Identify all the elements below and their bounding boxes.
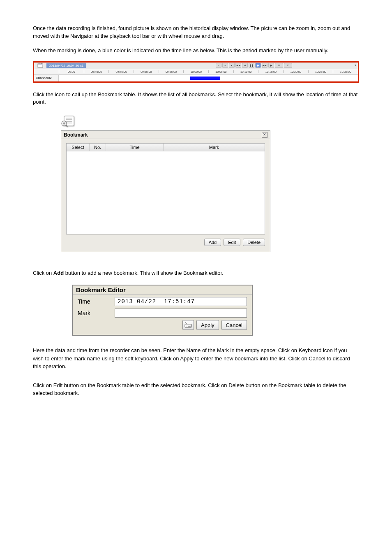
apply-button[interactable]: Apply — [196, 320, 219, 330]
editor-intro: Click on Add button to add a new bookmar… — [33, 269, 359, 277]
zoom-in-icon[interactable]: + — [222, 63, 228, 68]
svg-point-10 — [63, 123, 65, 125]
editor-intro-pre: Click on — [33, 270, 53, 276]
timeline-track[interactable] — [59, 75, 358, 81]
step-back-icon[interactable]: ◄ — [242, 63, 248, 68]
skip-forward-icon[interactable]: |▶ — [268, 63, 274, 68]
channel-label: Channel02 — [34, 75, 59, 81]
mark-field[interactable] — [115, 309, 247, 318]
bookmark-toolbar-icon[interactable] — [61, 115, 359, 129]
ruler-tick: 09:40:00 — [84, 70, 109, 73]
editor-intro-bold: Add — [53, 270, 64, 276]
svg-point-21 — [190, 326, 191, 326]
paragraph-1: Once the data recording is finished, fou… — [33, 25, 359, 40]
play-icon[interactable]: ▶ — [255, 63, 261, 68]
svg-rect-12 — [185, 324, 191, 327]
edit-button[interactable]: Edit — [224, 239, 240, 246]
ruler-tick: 10:05:00 — [208, 70, 233, 73]
svg-rect-1 — [38, 64, 43, 65]
ruler-tick: 09:50:00 — [134, 70, 159, 73]
svg-point-19 — [187, 326, 187, 326]
bookmark-table: Select No. Time Mark — [66, 143, 265, 234]
bookmark-title: Bookmark — [64, 132, 88, 138]
editor-title: Bookmark Editor — [76, 286, 126, 293]
ruler-tick: 10:25:00 — [308, 70, 333, 73]
cancel-button[interactable]: Cancel — [221, 320, 247, 330]
timeline-ruler: 09:00 09:40:00 09:45:00 09:50:00 09:55:0… — [34, 69, 358, 75]
timeline-dropdown-icon[interactable]: ▾ — [355, 63, 356, 67]
column-time[interactable]: Time — [106, 144, 164, 151]
bookmark-table-header: Select No. Time Mark — [67, 144, 265, 151]
post-paragraph-1: Here the data and time from the recorder… — [33, 346, 359, 371]
ruler-tick: 10:20:00 — [283, 70, 308, 73]
bookmark-editor-panel: Bookmark Editor Time Mark — [72, 285, 253, 336]
editor-titlebar: Bookmark Editor — [73, 285, 252, 295]
svg-point-18 — [186, 326, 186, 326]
bookmark-titlebar: Bookmark ✕ — [61, 131, 270, 139]
ruler-tick: 09:45:00 — [108, 70, 134, 73]
add-button[interactable]: Add — [204, 239, 221, 246]
paragraph-2: When the marking is done, a blue color i… — [33, 47, 359, 55]
ruler-tick: 09:00 — [59, 70, 84, 73]
time-label: Time — [78, 298, 115, 305]
fast-forward-icon[interactable]: ▶▶ — [262, 63, 267, 68]
ruler-tick: 10:00:00 — [183, 70, 208, 73]
keyboard-icon[interactable] — [182, 320, 194, 330]
timeline-channel-row: Channel02 — [34, 75, 358, 81]
ruler-tick: 10:35:00 — [333, 70, 358, 73]
svg-point-15 — [188, 325, 188, 325]
time-field[interactable] — [115, 297, 247, 306]
column-select[interactable]: Select — [67, 144, 90, 151]
mark-label: Mark — [78, 310, 115, 316]
svg-point-14 — [187, 325, 187, 325]
ruler-tick: 10:10:00 — [233, 70, 258, 73]
zoom-out-icon[interactable]: − — [216, 63, 221, 68]
zoom-page-icon[interactable]: ⊡ — [284, 63, 292, 68]
pause-icon[interactable]: ❚❚ — [249, 63, 254, 68]
bookmark-paragraph: Click the icon to call up the Bookmark t… — [33, 91, 359, 107]
svg-rect-20 — [188, 326, 190, 326]
calendar-icon[interactable] — [34, 63, 46, 68]
ruler-tick: 10:15:00 — [258, 70, 283, 73]
timeline-toolbar: 2013/04/22 10:04:20 x1 − + ◄| ◄◄ ◄ ❚❚ ▶ … — [34, 63, 358, 69]
rewind-icon[interactable]: ◄◄ — [235, 63, 241, 68]
svg-point-16 — [189, 325, 189, 325]
timeline-datetime: 2013/04/22 10:04:20 x1 — [46, 63, 86, 68]
column-mark[interactable]: Mark — [164, 144, 265, 151]
bookmark-table-body — [67, 151, 265, 234]
skip-back-fast-icon[interactable]: ◄| — [229, 63, 235, 68]
timeline-screenshot: 2013/04/22 10:04:20 x1 − + ◄| ◄◄ ◄ ❚❚ ▶ … — [33, 61, 359, 83]
bookmark-panel: Bookmark ✕ Select No. Time Mark Add Edit… — [61, 130, 270, 252]
svg-point-13 — [186, 325, 186, 325]
editor-intro-post: button to add a new bookmark. This will … — [64, 270, 224, 276]
zoom-fit-icon[interactable]: ⊞ — [275, 63, 283, 68]
timeline-marked-region — [190, 77, 220, 80]
close-icon[interactable]: ✕ — [262, 132, 267, 138]
post-paragraph-2: Click on Edit button on the Bookmark tab… — [33, 381, 359, 397]
delete-button[interactable]: Delete — [243, 239, 265, 246]
ruler-tick: 09:55:00 — [159, 70, 184, 73]
svg-point-17 — [190, 325, 190, 325]
column-no[interactable]: No. — [90, 144, 106, 151]
